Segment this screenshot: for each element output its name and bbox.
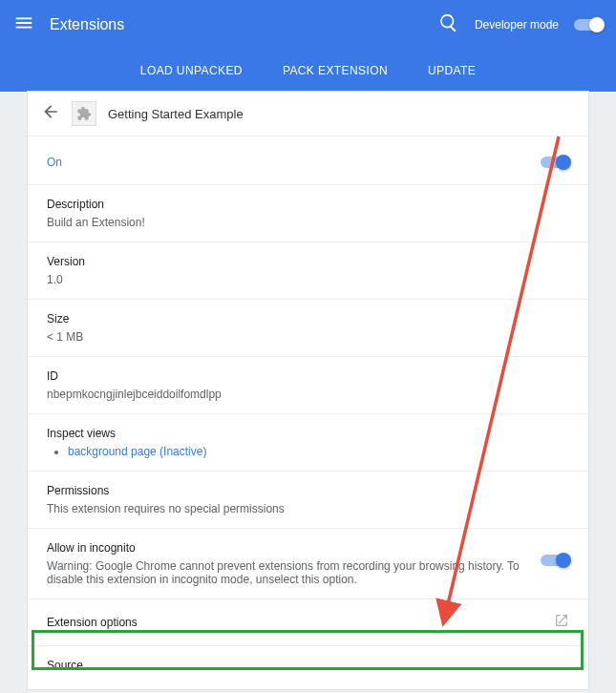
source-label: Source bbox=[47, 659, 569, 672]
size-value: < 1 MB bbox=[47, 330, 569, 344]
size-section: Size < 1 MB bbox=[28, 300, 588, 357]
incognito-label: Allow in incognito bbox=[47, 541, 521, 555]
page-title: Extensions bbox=[50, 16, 438, 33]
incognito-toggle[interactable] bbox=[541, 555, 569, 566]
id-value: nbepmkocngjinlejbceiddoilfomdlpp bbox=[47, 388, 569, 401]
tab-pack-extension[interactable]: PACK EXTENSION bbox=[283, 64, 388, 77]
permissions-value: This extension requires no special permi… bbox=[47, 502, 569, 515]
incognito-warning: Warning: Google Chrome cannot prevent ex… bbox=[47, 559, 521, 586]
version-section: Version 1.0 bbox=[28, 242, 588, 300]
inspect-views-section: Inspect views background page (Inactive) bbox=[28, 414, 588, 472]
extension-options-label: Extension options bbox=[47, 616, 138, 629]
developer-mode-label: Developer mode bbox=[475, 18, 559, 32]
version-value: 1.0 bbox=[47, 273, 569, 286]
incognito-section: Allow in incognito Warning: Google Chrom… bbox=[28, 529, 588, 599]
source-section: Source bbox=[28, 646, 588, 689]
enabled-label: On bbox=[47, 156, 62, 169]
search-icon[interactable] bbox=[438, 12, 459, 37]
extension-puzzle-icon bbox=[72, 101, 96, 126]
extension-detail-card: Getting Started Example On Description B… bbox=[27, 91, 589, 690]
enabled-toggle[interactable] bbox=[541, 157, 569, 168]
developer-mode-toggle[interactable] bbox=[574, 19, 603, 31]
id-section: ID nbepmkocngjinlejbceiddoilfomdlpp bbox=[28, 357, 588, 414]
enabled-row: On bbox=[28, 136, 588, 185]
tab-load-unpacked[interactable]: LOAD UNPACKED bbox=[140, 64, 243, 77]
action-tabs: LOAD UNPACKED PACK EXTENSION UPDATE bbox=[0, 50, 616, 92]
version-label: Version bbox=[47, 255, 569, 268]
inspect-views-label: Inspect views bbox=[47, 427, 569, 440]
menu-icon[interactable] bbox=[13, 12, 34, 37]
background-page-link[interactable]: background page (Inactive) bbox=[68, 445, 206, 458]
top-bar: Extensions Developer mode LOAD UNPACKED … bbox=[0, 0, 616, 92]
extension-name: Getting Started Example bbox=[108, 107, 244, 121]
size-label: Size bbox=[47, 312, 569, 326]
description-label: Description bbox=[47, 198, 569, 211]
id-label: ID bbox=[47, 369, 569, 383]
permissions-label: Permissions bbox=[47, 484, 569, 497]
detail-header: Getting Started Example bbox=[28, 92, 588, 136]
permissions-section: Permissions This extension requires no s… bbox=[28, 472, 588, 529]
extension-options-row[interactable]: Extension options bbox=[28, 599, 588, 646]
description-section: Description Build an Extension! bbox=[28, 185, 588, 242]
description-value: Build an Extension! bbox=[47, 216, 569, 229]
open-in-new-icon bbox=[554, 613, 569, 632]
tab-update[interactable]: UPDATE bbox=[428, 64, 476, 77]
back-arrow-icon[interactable] bbox=[41, 102, 60, 125]
